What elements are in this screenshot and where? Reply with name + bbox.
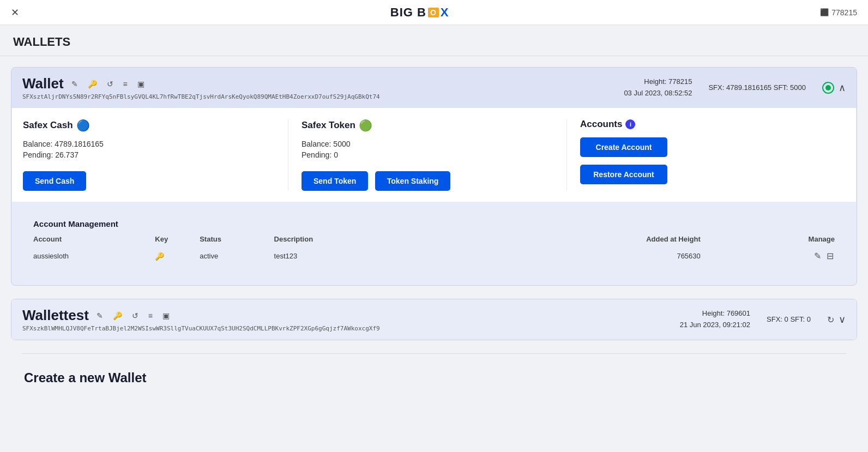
col-account: Account — [33, 235, 155, 246]
col-added-height: Added at Height — [408, 235, 744, 246]
safex-cash-section: Safex Cash 🔵 Balance: 4789.1816165 Pendi… — [23, 119, 288, 191]
account-table-header: Account Key Status Description Added at … — [33, 235, 835, 246]
restore-account-button[interactable]: Restore Account — [580, 165, 667, 184]
wallet-name-1: Wallet — [22, 75, 64, 92]
wallet-stats: Height: 778215 03 Jul 2023, 08:52:52 — [624, 76, 692, 99]
account-manage: ✎ ⊟ — [744, 246, 835, 266]
wallet-list-btn[interactable]: ≡ — [121, 79, 130, 89]
create-account-button[interactable]: Create Account — [580, 137, 667, 157]
safex-token-label: Safex Token — [302, 120, 355, 131]
create-wallet-title: Create a new Wallet — [24, 370, 844, 385]
logo-text: BIG B — [390, 5, 426, 20]
account-name: aussiesloth — [33, 246, 155, 266]
col-status: Status — [200, 235, 274, 246]
safex-token-title: Safex Token 🟢 — [302, 119, 553, 132]
wallet-collapse-btn[interactable]: ∧ — [839, 82, 846, 94]
manage-edit-btn[interactable]: ✎ — [813, 250, 822, 262]
account-description: test123 — [274, 246, 408, 266]
manage-delete-btn[interactable]: ⊟ — [825, 250, 835, 262]
wallet-sections: Safex Cash 🔵 Balance: 4789.1816165 Pendi… — [23, 119, 845, 191]
block-height-display: ⬛ 778215 — [820, 8, 857, 17]
wallet2-history-btn[interactable]: ↺ — [130, 310, 141, 321]
top-bar: ✕ BIG B O X ⬛ 778215 — [0, 0, 868, 25]
wallet-header-1: Wallet ✎ 🔑 ↺ ≡ ▣ SFXsztAljrDNYs5N89r2RFY… — [11, 68, 857, 108]
wallet-sfx-value: SFX: 4789.1816165 — [708, 83, 771, 92]
manage-icons: ✎ ⊟ — [744, 250, 835, 262]
logo-box: O — [428, 8, 439, 17]
connection-status — [822, 82, 834, 94]
wallet-sft-value: SFT: 5000 — [774, 83, 806, 92]
wallet2-sfx-value: SFX: 0 — [767, 315, 788, 323]
wallet2-date: 21 Jun 2023, 09:21:02 — [680, 320, 750, 331]
wallet-body-1: Safex Cash 🔵 Balance: 4789.1816165 Pendi… — [12, 108, 856, 202]
wallet-header-left: Wallet ✎ 🔑 ↺ ≡ ▣ SFXsztAljrDNYs5N89r2RFY… — [22, 75, 380, 100]
accounts-section: Accounts i Create Account Restore Accoun… — [580, 119, 845, 191]
wallet-address-2: SFXszkBlWMHLQJV8QFeTrtaBJBjel2M2WSIswWR3… — [22, 325, 380, 332]
account-key: 🔑 — [155, 246, 200, 266]
create-wallet-section: Create a new Wallet — [11, 354, 857, 396]
page-title: WALLETS — [0, 25, 868, 56]
cash-pending: Pending: 26.737 — [23, 150, 275, 159]
wallet-status-icons: ∧ — [822, 82, 846, 94]
account-table: Account Key Status Description Added at … — [33, 235, 835, 266]
block-height-value: 778215 — [831, 8, 857, 17]
wallet-history-btn[interactable]: ↺ — [105, 79, 116, 89]
wallet-screen-btn[interactable]: ▣ — [135, 79, 147, 89]
wallet-edit-btn[interactable]: ✎ — [69, 79, 80, 89]
safex-cash-title: Safex Cash 🔵 — [23, 119, 275, 132]
wallet-date: 03 Jul 2023, 08:52:52 — [624, 88, 692, 99]
account-height: 765630 — [408, 246, 744, 266]
block-icon: ⬛ — [820, 8, 829, 16]
app-logo: BIG B O X — [390, 5, 449, 20]
sync-icon: ↻ — [827, 315, 834, 325]
token-staking-button[interactable]: Token Staking — [375, 171, 451, 191]
wallet2-header-right: Height: 769601 21 Jun 2023, 09:21:02 SFX… — [680, 308, 846, 331]
accounts-info-icon[interactable]: i — [625, 119, 635, 129]
wallet2-height: Height: 769601 — [680, 308, 750, 320]
col-manage: Manage — [744, 235, 835, 246]
wallet2-title-row: Wallettest ✎ 🔑 ↺ ≡ ▣ — [22, 307, 380, 324]
key-icon: 🔑 — [155, 252, 164, 261]
safex-token-section: Safex Token 🟢 Balance: 5000 Pending: 0 S… — [302, 119, 567, 191]
wallet-sfx: SFX: 4789.1816165 SFT: 5000 — [708, 82, 806, 94]
send-cash-button[interactable]: Send Cash — [23, 171, 86, 191]
col-key: Key — [155, 235, 200, 246]
wallet-header-2: Wallettest ✎ 🔑 ↺ ≡ ▣ SFXszkBlWMHLQJV8QFe… — [11, 299, 857, 340]
accounts-title: Accounts i — [580, 119, 832, 130]
token-balance: Balance: 5000 — [302, 140, 553, 148]
logo-x: X — [441, 5, 449, 20]
wallet2-sfx: SFX: 0 SFT: 0 — [767, 314, 811, 326]
wallet-card-1: Wallet ✎ 🔑 ↺ ≡ ▣ SFXsztAljrDNYs5N89r2RFY… — [11, 67, 857, 286]
wallet2-header-left: Wallettest ✎ 🔑 ↺ ≡ ▣ SFXszkBlWMHLQJV8QFe… — [22, 307, 380, 332]
wallet2-edit-btn[interactable]: ✎ — [94, 310, 105, 321]
wallet-name-2: Wallettest — [22, 307, 89, 324]
wallet2-status-icons: ↻ ∨ — [827, 314, 846, 326]
wallet-card-2: Wallettest ✎ 🔑 ↺ ≡ ▣ SFXszkBlWMHLQJV8QFe… — [11, 299, 857, 340]
wallet2-list-btn[interactable]: ≡ — [146, 310, 155, 321]
accounts-label: Accounts — [580, 119, 622, 130]
send-token-button[interactable]: Send Token — [302, 171, 368, 191]
wallet-header-right: Height: 778215 03 Jul 2023, 08:52:52 SFX… — [624, 76, 846, 99]
account-status: active — [200, 246, 274, 266]
account-mgmt-title: Account Management — [33, 219, 835, 228]
safex-cash-icon: 🔵 — [76, 119, 90, 132]
wallet2-sft-value: SFT: 0 — [790, 315, 811, 323]
wallet2-key-btn[interactable]: 🔑 — [111, 310, 124, 321]
close-button[interactable]: ✕ — [11, 8, 19, 17]
wallet-height: Height: 778215 — [624, 76, 692, 88]
wallet-address-1: SFXsztAljrDNYs5N89r2RFYq5nFBlsyGVQL4KL7h… — [22, 93, 380, 100]
cash-balance: Balance: 4789.1816165 — [23, 140, 275, 148]
safex-cash-label: Safex Cash — [23, 120, 73, 131]
content-area: Wallet ✎ 🔑 ↺ ≡ ▣ SFXsztAljrDNYs5N89r2RFY… — [0, 56, 868, 407]
wallet2-stats: Height: 769601 21 Jun 2023, 09:21:02 — [680, 308, 750, 331]
account-management: Account Management Account Key Status De… — [22, 210, 846, 274]
wallet2-screen-btn[interactable]: ▣ — [160, 310, 172, 321]
status-dot-inner — [825, 85, 831, 91]
col-description: Description — [274, 235, 408, 246]
account-table-row: aussiesloth 🔑 active test123 765630 ✎ ⊟ — [33, 246, 835, 266]
wallet2-expand-btn[interactable]: ∨ — [839, 314, 846, 326]
wallet-key-btn[interactable]: 🔑 — [86, 79, 99, 89]
token-pending: Pending: 0 — [302, 150, 553, 159]
wallet-title-row: Wallet ✎ 🔑 ↺ ≡ ▣ — [22, 75, 380, 92]
safex-token-icon: 🟢 — [359, 119, 372, 132]
